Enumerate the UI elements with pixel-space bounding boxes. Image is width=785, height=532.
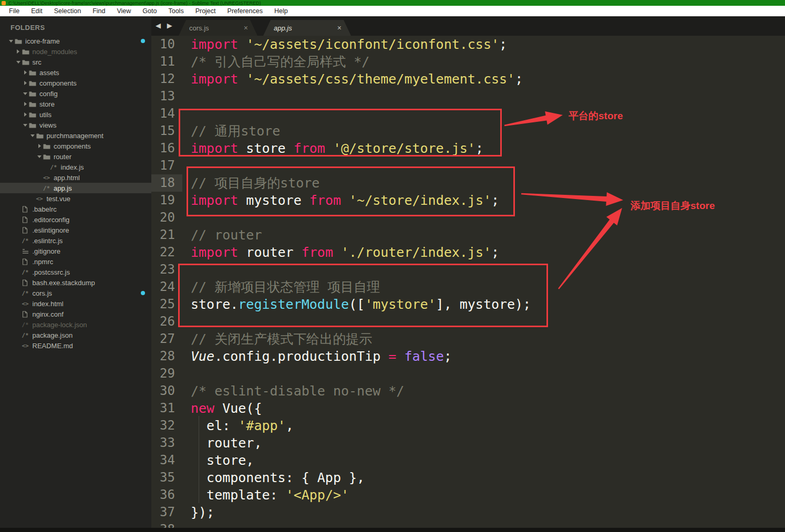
sidebar-file--gitignore[interactable]: .gitignore [0,246,151,256]
tree-item-label: src [33,58,42,66]
sidebar-folder-src[interactable]: src [0,57,151,67]
sidebar-file-package-json[interactable]: /*package.json [0,330,151,340]
code-line-16[interactable]: 16import store from '@/store/store.js'; [151,140,785,157]
code-line-32[interactable]: 32 el: '#app', [151,417,785,434]
sidebar-folder-node-modules[interactable]: node_modules [0,46,151,57]
sidebar-folder-components[interactable]: components [0,78,151,88]
folder-closed-arrow-icon [36,144,43,148]
sidebar-file-index-html[interactable]: <>index.html [0,298,151,309]
menu-item-project[interactable]: Project [190,6,222,16]
code-line-29[interactable]: 29 [151,365,785,382]
code-line-text: import '~/assets/css/theme/myelement.css… [191,70,523,88]
sidebar-file-bash-exe-stackdump[interactable]: bash.exe.stackdump [0,277,151,288]
folder-closed-arrow-icon [22,70,29,75]
code-editor[interactable]: 10import '~/assets/iconfont/iconfont.css… [151,36,785,528]
sidebar-file-readme-md[interactable]: <>README.md [0,340,151,351]
html-file-icon: <> [22,300,33,307]
sidebar-folder-icore-frame[interactable]: icore-frame [0,36,151,46]
code-line-35[interactable]: 35 components: { App }, [151,469,785,486]
menu-item-view[interactable]: View [111,6,137,16]
code-line-25[interactable]: 25store.registerModule(['mystore'], myst… [151,296,785,313]
menu-item-help[interactable]: Help [268,6,294,16]
code-line-15[interactable]: 15// 通用store [151,122,785,140]
code-line-12[interactable]: 12import '~/assets/css/theme/myelement.c… [151,70,785,88]
code-line-31[interactable]: 31new Vue({ [151,400,785,417]
tab-nav-back-icon[interactable]: ◀ [156,22,163,29]
sidebar-file-nginx-conf[interactable]: nginx.conf [0,309,151,319]
tree-item-label: app.js [54,184,72,192]
tab-label: cors.js [189,24,209,32]
code-line-28[interactable]: 28Vue.config.productionTip = false; [151,348,785,365]
sidebar-file-app-html[interactable]: <>app.html [0,172,151,183]
menu-item-goto[interactable]: Goto [137,6,162,16]
code-line-20[interactable]: 20 [151,209,785,226]
folder-closed-arrow-icon [22,112,29,117]
code-line-text: // 关闭生产模式下给出的提示 [191,330,372,348]
code-line-36[interactable]: 36 template: '<App/>' [151,486,785,504]
code-line-14[interactable]: 14 [151,105,785,122]
line-number: 29 [151,365,182,382]
tab-close-icon[interactable]: × [337,24,342,32]
code-line-30[interactable]: 30/* eslint-disable no-new */ [151,382,785,400]
sidebar-file--postcssrc-js[interactable]: /*.postcssrc.js [0,267,151,277]
sidebar-folder-purchmanagement[interactable]: purchmanagement [0,130,151,141]
sidebar-file-index-js[interactable]: /*index.js [0,162,151,172]
sidebar-file--eslintignore[interactable]: .eslintignore [0,225,151,235]
sidebar-file--eslintrc-js[interactable]: /*.eslintrc.js [0,235,151,246]
folder-icon [43,143,54,149]
sidebar-folder-router[interactable]: router [0,151,151,162]
code-line-27[interactable]: 27// 关闭生产模式下给出的提示 [151,330,785,348]
tab-cors-js[interactable]: cors.js× [179,20,257,36]
code-line-21[interactable]: 21// router [151,226,785,244]
sidebar-file--npmrc[interactable]: .npmrc [0,256,151,267]
tab-app-js[interactable]: app.js× [263,20,351,36]
code-line-23[interactable]: 23 [151,261,785,278]
line-number: 28 [151,348,182,365]
sidebar-file-test-vue[interactable]: <>test.vue [0,193,151,204]
menu-item-find[interactable]: Find [87,6,111,16]
code-line-18[interactable]: 18// 项目自身的store [151,174,785,192]
tab-nav-forward-icon[interactable]: ▶ [167,22,174,29]
folder-icon [29,70,39,76]
sidebar-file-cors-js[interactable]: /*cors.js [0,288,151,298]
code-line-10[interactable]: 10import '~/assets/iconfont/iconfont.css… [151,36,785,53]
sidebar-folder-views[interactable]: views [0,120,151,130]
code-line-19[interactable]: 19import mystore from '~/store/index.js'… [151,192,785,209]
code-line-37[interactable]: 37}); [151,504,785,521]
sidebar-file--editorconfig[interactable]: .editorconfig [0,214,151,225]
folder-open-arrow-icon [15,61,22,64]
line-number: 17 [151,157,182,174]
code-line-34[interactable]: 34 store, [151,452,785,469]
sidebar-folder-assets[interactable]: assets [0,67,151,78]
sidebar-file-app-js[interactable]: /*app.js [0,183,151,193]
line-number: 16 [151,140,182,157]
code-line-11[interactable]: 11/* 引入自己写的全局样式 */ [151,53,785,70]
menu-item-file[interactable]: File [3,6,25,16]
line-number: 20 [151,209,182,226]
code-line-22[interactable]: 22import router from './router/index.js'… [151,244,785,261]
sidebar-file-package-lock-json[interactable]: /*package-lock.json [0,319,151,330]
html-file-icon: <> [22,342,33,349]
file-tree: icore-framenode_modulessrcassetscomponen… [0,36,151,351]
code-line-24[interactable]: 24// 新增项目状态管理 项目自理 [151,278,785,296]
menu-item-tools[interactable]: Tools [162,6,189,16]
menu-item-edit[interactable]: Edit [25,6,48,16]
sidebar-folder-utils[interactable]: utils [0,109,151,120]
code-line-17[interactable]: 17 [151,157,785,174]
code-line-38[interactable]: 38 [151,521,785,528]
html-file-icon: <> [36,195,47,202]
code-line-33[interactable]: 33 router, [151,434,785,452]
sidebar-file--babelrc[interactable]: .babelrc [0,204,151,214]
sidebar-folder-config[interactable]: config [0,88,151,99]
sidebar-folder-store[interactable]: store [0,99,151,109]
tab-close-icon[interactable]: × [244,24,248,32]
line-number: 31 [151,400,182,417]
code-line-26[interactable]: 26 [151,313,785,330]
menu-item-selection[interactable]: Selection [48,6,87,16]
folder-closed-arrow-icon [15,49,22,54]
code-line-13[interactable]: 13 [151,88,785,105]
menu-item-preferences[interactable]: Preferences [222,6,268,16]
tree-item-label: index.js [61,163,84,171]
sidebar-folder-components[interactable]: components [0,141,151,151]
line-number: 22 [151,244,182,261]
